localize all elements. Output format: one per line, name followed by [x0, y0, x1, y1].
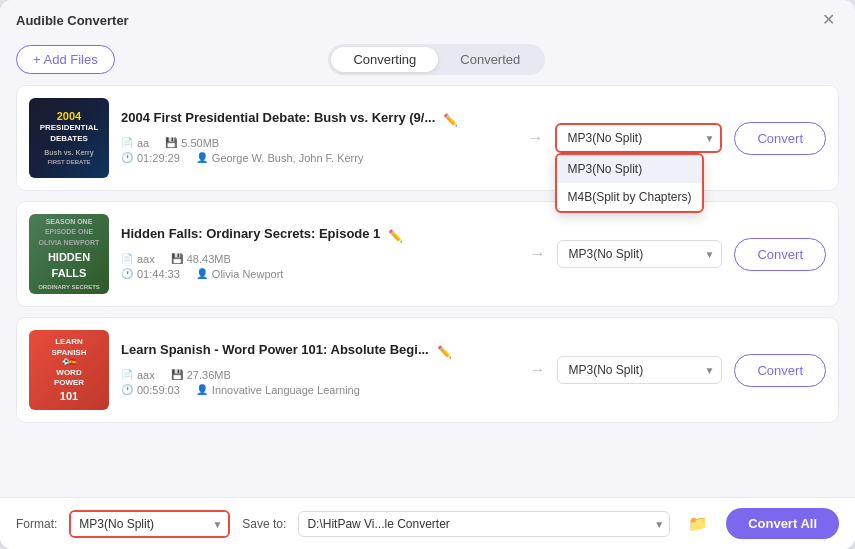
toolbar: + Add Files Converting Converted: [0, 38, 855, 85]
file-icon: 📄: [121, 137, 133, 148]
arrow-icon: →: [529, 361, 545, 379]
format-meta: 📄 aax: [121, 253, 155, 265]
format-select-wrapper: MP3(No Split) M4B(Split by Chapters) ▼ M…: [555, 123, 722, 153]
convert-button-3[interactable]: Convert: [734, 354, 826, 387]
person-icon: 👤: [196, 268, 208, 279]
tab-converted[interactable]: Converted: [438, 47, 542, 72]
item-info: Learn Spanish - Word Power 101: Absolute…: [121, 342, 517, 399]
file-icon: 📄: [121, 369, 133, 380]
tab-converting[interactable]: Converting: [331, 47, 438, 72]
duration-meta: 🕐 01:44:33: [121, 268, 180, 280]
audio-item: SEASON ONE EPISODE ONE OLIVIA NEWPORT HI…: [16, 201, 839, 307]
item-info: 2004 First Presidential Debate: Bush vs.…: [121, 110, 515, 167]
duration-meta: 🕐 00:59:03: [121, 384, 180, 396]
format-label: Format:: [16, 517, 57, 531]
format-select[interactable]: MP3(No Split) M4B(Split by Chapters): [557, 356, 722, 384]
item-title: 2004 First Presidential Debate: Bush vs.…: [121, 110, 435, 125]
author-meta: 👤 Innovative Language Learning: [196, 384, 360, 396]
item-info: Hidden Falls: Ordinary Secrets: Episode …: [121, 226, 517, 283]
format-meta: 📄 aa: [121, 137, 149, 149]
author-meta: 👤 George W. Bush, John F. Kerry: [196, 152, 364, 164]
footer: Format: MP3(No Split) M4B(Split by Chapt…: [0, 497, 855, 549]
audio-item: LEARN SPANISH ⚽🇪🇸 WORD POWER 101 Learn S…: [16, 317, 839, 423]
size-meta: 💾 48.43MB: [171, 253, 231, 265]
convert-button-1[interactable]: Convert: [734, 122, 826, 155]
edit-icon[interactable]: ✏️: [388, 229, 403, 243]
app-window: Audible Converter ✕ + Add Files Converti…: [0, 0, 855, 549]
thumbnail: LEARN SPANISH ⚽🇪🇸 WORD POWER 101: [29, 330, 109, 410]
convert-all-button[interactable]: Convert All: [726, 508, 839, 539]
app-title: Audible Converter: [16, 13, 129, 28]
clock-icon: 🕐: [121, 268, 133, 279]
size-meta: 💾 5.50MB: [165, 137, 219, 149]
format-select[interactable]: MP3(No Split) M4B(Split by Chapters): [557, 240, 722, 268]
save-path-select[interactable]: D:\HitPaw Vi...le Converter: [298, 511, 670, 537]
footer-format-select[interactable]: MP3(No Split) M4B(Split by Chapters): [71, 512, 228, 536]
save-path-wrapper: D:\HitPaw Vi...le Converter ▼: [298, 511, 670, 537]
add-files-label: + Add Files: [33, 52, 98, 67]
edit-icon[interactable]: ✏️: [437, 345, 452, 359]
content-area: 2004 PRESIDENTIAL DEBATES Bush vs. Kerry…: [0, 85, 855, 497]
title-bar: Audible Converter ✕: [0, 0, 855, 38]
arrow-icon: →: [527, 129, 543, 147]
size-meta: 💾 27.36MB: [171, 369, 231, 381]
author-meta: 👤 Olivia Newport: [196, 268, 284, 280]
size-icon: 💾: [171, 369, 183, 380]
format-dropdown-popup: MP3(No Split) M4B(Split by Chapters): [555, 153, 703, 213]
dropdown-option-mp3[interactable]: MP3(No Split): [557, 155, 701, 183]
audio-item: 2004 PRESIDENTIAL DEBATES Bush vs. Kerry…: [16, 85, 839, 191]
format-select-wrapper: MP3(No Split) M4B(Split by Chapters) ▼: [557, 356, 722, 384]
convert-button-2[interactable]: Convert: [734, 238, 826, 271]
item-title: Hidden Falls: Ordinary Secrets: Episode …: [121, 226, 380, 241]
size-icon: 💾: [171, 253, 183, 264]
duration-meta: 🕐 01:29:29: [121, 152, 180, 164]
save-to-label: Save to:: [242, 517, 286, 531]
format-select[interactable]: MP3(No Split) M4B(Split by Chapters): [555, 123, 722, 153]
format-select-wrapper: MP3(No Split) M4B(Split by Chapters) ▼: [557, 240, 722, 268]
file-icon: 📄: [121, 253, 133, 264]
clock-icon: 🕐: [121, 384, 133, 395]
clock-icon: 🕐: [121, 152, 133, 163]
footer-format-wrapper: MP3(No Split) M4B(Split by Chapters) ▼: [69, 510, 230, 538]
edit-icon[interactable]: ✏️: [443, 113, 458, 127]
tab-bar: Converting Converted: [328, 44, 545, 75]
dropdown-option-m4b[interactable]: M4B(Split by Chapters): [557, 183, 701, 211]
person-icon: 👤: [196, 152, 208, 163]
format-meta: 📄 aax: [121, 369, 155, 381]
person-icon: 👤: [196, 384, 208, 395]
folder-button[interactable]: 📁: [682, 512, 714, 535]
size-icon: 💾: [165, 137, 177, 148]
thumbnail: 2004 PRESIDENTIAL DEBATES Bush vs. Kerry…: [29, 98, 109, 178]
add-files-button[interactable]: + Add Files: [16, 45, 115, 74]
item-title: Learn Spanish - Word Power 101: Absolute…: [121, 342, 429, 357]
thumbnail: SEASON ONE EPISODE ONE OLIVIA NEWPORT HI…: [29, 214, 109, 294]
close-button[interactable]: ✕: [818, 10, 839, 30]
arrow-icon: →: [529, 245, 545, 263]
